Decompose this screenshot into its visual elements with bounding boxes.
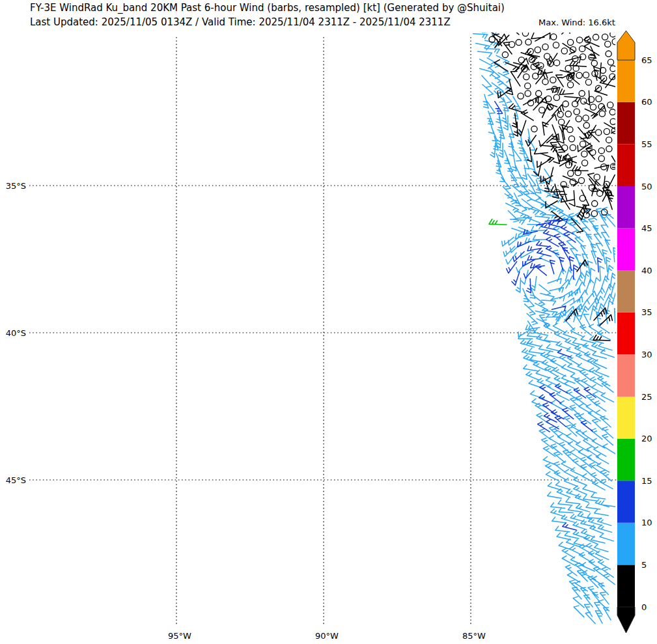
colorbar-segment	[617, 354, 635, 397]
colorbar-tick-label: 55	[641, 139, 652, 149]
colorbar: 05101520253035404550556065	[617, 31, 652, 633]
colorbar-segment	[617, 144, 635, 186]
colorbar-segment	[617, 60, 635, 102]
colorbar-tick-label: 15	[641, 476, 652, 486]
wind-barb-plot: 35°S40°S45°S95°W90°W85°W0510152025303540…	[0, 0, 657, 644]
colorbar-segment	[617, 439, 635, 481]
colorbar-tick-label: 45	[641, 223, 652, 233]
colorbar-segment	[617, 229, 635, 271]
lon-tick-label: 90°W	[315, 631, 339, 641]
lon-tick-label: 85°W	[462, 631, 486, 641]
colorbar-segment	[617, 102, 635, 145]
colorbar-tick-label: 5	[641, 560, 647, 570]
windrad-figure: FY-3E WindRad Ku_band 20KM Past 6-hour W…	[0, 0, 657, 644]
colorbar-segment	[617, 481, 635, 523]
colorbar-segment	[617, 313, 635, 355]
colorbar-tick-label: 50	[641, 182, 652, 191]
colorbar-tick-label: 30	[641, 350, 652, 359]
colorbar-segment	[617, 565, 635, 607]
axis-labels: 35°S40°S45°S95°W90°W85°W	[6, 181, 486, 641]
lon-tick-label: 95°W	[168, 631, 191, 641]
colorbar-tick-label: 25	[641, 392, 652, 402]
wind-barb-field	[473, 20, 620, 624]
colorbar-tick-label: 40	[641, 266, 652, 275]
colorbar-under-arrow	[617, 607, 635, 633]
colorbar-segment	[617, 270, 635, 313]
colorbar-tick-label: 35	[641, 307, 652, 317]
lat-tick-label: 40°S	[6, 328, 26, 338]
colorbar-tick-label: 0	[641, 602, 647, 612]
lat-tick-label: 35°S	[6, 181, 26, 191]
colorbar-segment	[617, 523, 635, 565]
colorbar-over-arrow	[617, 31, 635, 60]
colorbar-tick-label: 20	[641, 434, 652, 443]
lat-tick-label: 45°S	[6, 475, 26, 485]
colorbar-tick-label: 10	[641, 518, 652, 527]
colorbar-tick-label: 60	[641, 97, 652, 107]
colorbar-segment	[617, 186, 635, 229]
colorbar-tick-label: 65	[641, 55, 652, 65]
colorbar-segment	[617, 397, 635, 439]
